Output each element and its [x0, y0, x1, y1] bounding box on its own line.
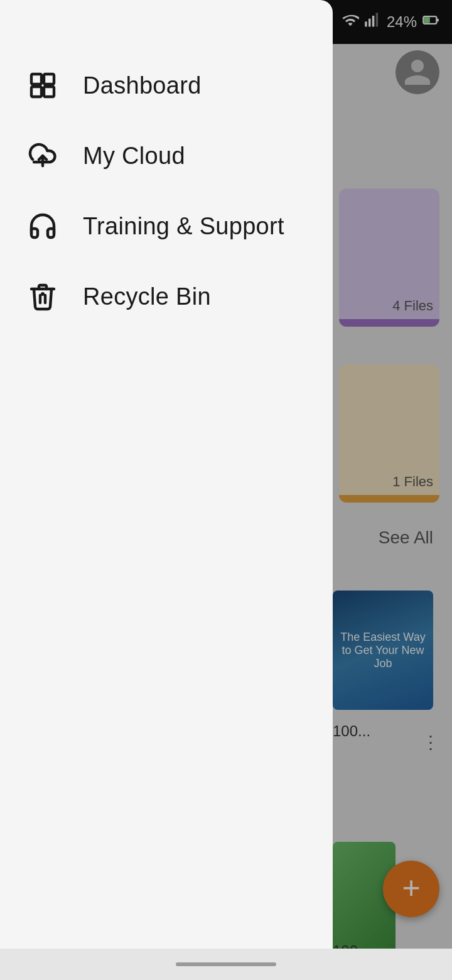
sidebar-item-dashboard[interactable]: Dashboard: [0, 50, 333, 121]
bottom-indicator: [176, 962, 276, 966]
svg-rect-7: [31, 74, 41, 84]
svg-rect-9: [31, 87, 41, 97]
recycle-bin-label: Recycle Bin: [83, 283, 211, 310]
dashboard-label: Dashboard: [83, 72, 202, 99]
dashboard-icon: [25, 68, 60, 103]
my-cloud-label: My Cloud: [83, 143, 185, 170]
navigation-drawer: Dashboard My Cloud Training & Support: [0, 0, 333, 980]
headset-icon: [25, 209, 60, 244]
svg-rect-8: [44, 74, 54, 84]
sidebar-item-training-support[interactable]: Training & Support: [0, 191, 333, 261]
recycle-icon: [25, 279, 60, 314]
training-support-label: Training & Support: [83, 213, 284, 240]
svg-rect-10: [44, 87, 54, 97]
sidebar-item-my-cloud[interactable]: My Cloud: [0, 121, 333, 191]
bottom-navigation-bar: [0, 949, 452, 980]
sidebar-item-recycle-bin[interactable]: Recycle Bin: [0, 261, 333, 332]
cloud-upload-icon: [25, 138, 60, 173]
